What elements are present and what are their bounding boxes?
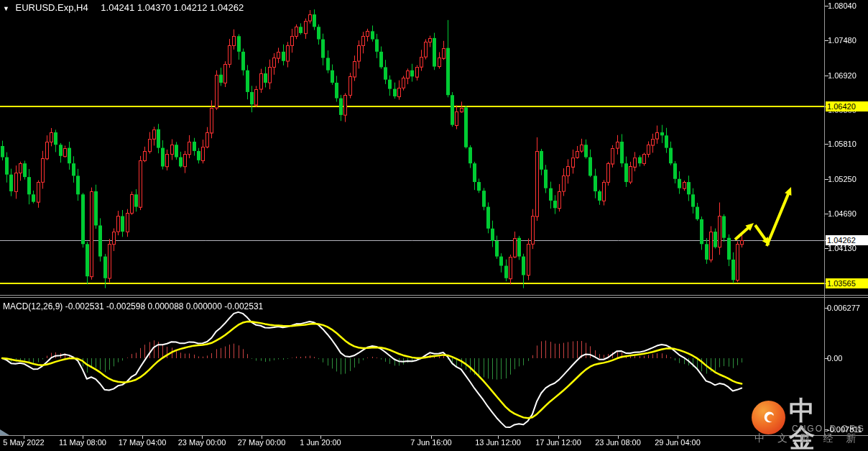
trading-chart-window: ▼ EURUSD.Exp,H4 1.04241 1.04370 1.04212 … bbox=[0, 0, 868, 451]
watermark-tagline-text: 中 文 财 经 新 媒 体 bbox=[754, 432, 868, 445]
cngold-logo-icon bbox=[752, 401, 785, 434]
price-axis-label: 1.07480 bbox=[828, 36, 857, 45]
price-level-badge: 1.06420 bbox=[826, 101, 868, 111]
macd-axis-label: -0.007811 bbox=[827, 425, 862, 434]
time-axis-label: 17 Jun 12:00 bbox=[535, 438, 581, 447]
symbol-caret-icon[interactable]: ▼ bbox=[3, 5, 9, 12]
time-axis-label: 23 May 00:00 bbox=[178, 438, 226, 447]
price-axis-label: 1.05810 bbox=[828, 140, 857, 148]
symbol-timeframe-label: EURUSD.Exp,H4 bbox=[16, 2, 88, 13]
macd-axis-label: 0.006277 bbox=[827, 304, 860, 312]
macd-indicator-label: MACD(12,26,9) -0.002531 -0.002598 0.0000… bbox=[3, 301, 263, 311]
time-axis-label: 1 Jun 20:00 bbox=[300, 438, 341, 447]
price-axis-label: 1.08040 bbox=[828, 1, 857, 10]
ohlc-readout: 1.04241 1.04370 1.04212 1.04262 bbox=[101, 2, 244, 13]
price-level-badge: 1.03565 bbox=[826, 278, 868, 288]
price-axis-label: 1.06920 bbox=[828, 71, 857, 80]
price-level-badge: 1.04262 bbox=[826, 235, 868, 245]
price-chart-canvas[interactable] bbox=[0, 0, 868, 451]
time-axis-label: 13 Jun 12:00 bbox=[475, 438, 521, 447]
chart-title: ▼ EURUSD.Exp,H4 1.04241 1.04370 1.04212 … bbox=[3, 2, 244, 13]
time-axis-label: 7 Jun 16:00 bbox=[410, 438, 452, 447]
time-axis-label: 17 May 04:00 bbox=[119, 438, 167, 447]
price-axis-label: 1.05250 bbox=[828, 175, 857, 183]
time-axis-label: 27 May 00:00 bbox=[238, 438, 286, 447]
logo-swirl-icon bbox=[758, 407, 779, 428]
macd-axis-label: 0.00 bbox=[827, 354, 842, 363]
time-axis-label: 11 May 08:00 bbox=[59, 438, 106, 447]
time-axis-label: 5 May 2022 bbox=[3, 438, 44, 447]
price-axis-label: 1.04690 bbox=[828, 209, 857, 218]
time-axis-label: 29 Jun 04:00 bbox=[655, 438, 701, 447]
time-axis-label: 23 Jun 08:00 bbox=[595, 438, 641, 447]
